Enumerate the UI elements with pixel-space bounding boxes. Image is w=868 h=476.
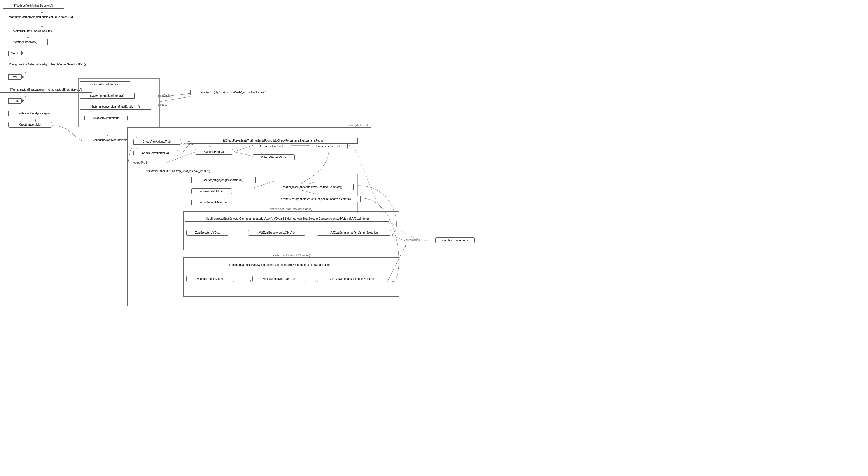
inner-if-check-container: if(CheckForVariantsTruth.variantsFound &… <box>188 133 362 220</box>
if-length-check-node: if(length(actualSelectorLabels) != lengt… <box>0 62 95 67</box>
create-interval-list-label: CreateIntervalList <box>19 123 41 126</box>
match-label: Match <box>11 52 19 55</box>
confidence-convert-intervals-label: ConfidenceConvertIntervals <box>93 138 127 141</box>
check-for-variants-eval-label: CheckForVariantsEval <box>142 151 170 155</box>
scatter-zip-strat-beds-label: scatter(zip(zip(stratILs,stratBeds),actu… <box>201 91 266 94</box>
if-check-variants-node: if(CheckForVariantsTruth.variantsFound &… <box>190 138 358 144</box>
annotated-vcfs-list-label: annotatedVcfsList <box>200 190 223 193</box>
error7-node: Error7 <box>8 74 24 80</box>
strat-convert-intervals-node: StratConvertIntervals <box>84 115 128 121</box>
svg-text:stratBeds: stratBeds <box>158 94 170 97</box>
strat-intervals-container: if(defined(stratIntervals)) scatter(actu… <box>79 78 160 127</box>
if-hapmap-label: if(defined(hapMap)) <box>13 40 37 44</box>
actual-variant-selectors-label: actualVariantSelectors <box>199 201 227 204</box>
if-strat-labels-label: if(length(actualStratLabels) != length(a… <box>10 88 82 91</box>
if-vcf-vcf-eval-label: if(defined(vcfVcfEval) && defined(vcfVcf… <box>229 263 332 266</box>
check-for-variants-truth-node: CheckForVariantsTruth <box>133 139 181 145</box>
vcf-eval-summarise-indel-label: VcfEvalSummariseForIndelSelection <box>330 277 375 280</box>
eval-selector-vcf-eval-node: EvalSelectorVcfEval <box>186 230 228 235</box>
eval-strat-indel-title: scatter(evalStratIndelCombos) <box>272 254 310 257</box>
vcf-eval-write-xml-label: VcfEvalWriteXMLfile <box>261 156 286 159</box>
if-strat-intervals-label: if(defined(stratIntervals)) <box>90 83 120 86</box>
if-vcf-vcf-eval-node: if(defined(vcfVcfEval) && defined(vcfVcf… <box>185 262 375 268</box>
scatter-indel-labels-label: scatter(zip(indelLabels,indelJexl)) <box>13 29 54 32</box>
vcf-eval-selector-write-xml-node: VcfEvalSelectorWriteXMLfile <box>248 230 306 235</box>
output-prefix-label: outputPrefix <box>133 161 148 164</box>
count-unk-vcf-eval-label: CountUNKVcfEval <box>260 145 283 148</box>
if-string-conversion-node: if(string_conversion_of_actStratIL != ""… <box>80 104 152 110</box>
scatter-actual-strat-label: scatter(actualStratIntervals) <box>90 94 124 97</box>
if-stratifier-label: if(stratifier.label != "" && tmp_strat_i… <box>146 169 210 173</box>
if-analysis-region-label: if(defined(analysisRegion)) <box>19 112 52 115</box>
svg-line-11 <box>157 93 190 97</box>
eval-strat-selector-container: scatter(evalStratSelectorCombos) if(defi… <box>183 211 399 250</box>
actual-variant-selectors-node: actualVariantSelectors <box>191 199 236 205</box>
vcf-eval-summarise-variant-label: VcfEvalSummariseForVariantSelection <box>330 231 378 234</box>
error6-label: Error6 <box>11 99 19 102</box>
check-for-variants-truth-label: CheckForVariantsTruth <box>143 140 172 143</box>
scatter-selector-labels-node: scatter(zip(actualSelectorLabels,actualS… <box>3 14 81 20</box>
standard-vcf-eval-node: StandardVcfEval <box>195 149 233 155</box>
check-for-variants-eval-node: CheckForVariantsEval <box>133 150 178 156</box>
eval-indel-length-vcf-eval-node: EvalIndelLengthVcfEval <box>186 276 234 282</box>
count-unk-vcf-eval-node: CountUNKVcfEval <box>253 143 290 149</box>
workflow-canvas: stratBeds stratILs areVariants <box>0 0 868 476</box>
create-interval-list-node: CreateIntervalList <box>8 122 52 128</box>
if-eval-strat-selector-label: if(defined(evalStratSelectorCombo.annota… <box>206 217 369 220</box>
annotated-vcfs-list-node: annotatedVcfsList <box>191 188 232 194</box>
eval-strat-indel-container: scatter(evalStratIndelCombos) if(defined… <box>183 257 399 297</box>
scatter-range-node: scatter(range(length(stratifiers))) <box>191 177 256 183</box>
strat-convert-intervals-label: StratConvertIntervals <box>93 117 119 120</box>
summarise-vcf-eval-node: SummariseVcfEval <box>309 143 348 149</box>
scatter-cross-actual-node: scatter(cross(annotatedVcfsList,actualVa… <box>271 196 361 202</box>
scatter-indel-labels-node: scatter(zip(indelLabels,indelJexl)) <box>3 28 64 34</box>
error7-label: Error7 <box>11 75 19 78</box>
scatter-cross-indel-label: scatter(cross(annotatedVcfsList,indelSel… <box>282 186 342 189</box>
scatter-range-container: scatter(range(length(stratifiers))) anno… <box>190 174 358 213</box>
match-node: Match <box>8 51 24 56</box>
vcf-eval-indel-write-xml-label: VcfEvalIndelWriteXMLfile <box>263 277 294 280</box>
jexl-variant-selectors-node: if(defined(jexlVariantSelectors)) <box>3 3 64 9</box>
vcf-eval-write-xml-node: VcfEvalWriteXMLfile <box>253 155 294 160</box>
if-string-conversion-label: if(string_conversion_of_actStratIL != ""… <box>92 105 140 108</box>
scatter-cross-actual-label: scatter(cross(annotatedVcfsList,actualVa… <box>281 197 351 201</box>
svg-line-13 <box>157 97 190 102</box>
if-strat-intervals-node: if(defined(stratIntervals)) <box>80 82 130 87</box>
standard-vcf-eval-label: StandardVcfEval <box>204 150 224 153</box>
scatter-zip-strat-beds-node: scatter(zip(zip(stratILs,stratBeds),actu… <box>190 90 277 95</box>
vcf-eval-summarise-indel-node: VcfEvalSummariseForIndelSelection <box>317 276 388 282</box>
eval-indel-length-vcf-eval-label: EvalIndelLengthVcfEval <box>195 277 225 280</box>
vcf-eval-selector-write-xml-label: VcfEvalSelectorWriteXMLfile <box>259 231 294 234</box>
if-length-check-label: if(length(actualSelectorLabels) != lengt… <box>9 63 86 66</box>
if-check-variants-label: if(CheckForVariantsTruth.variantsFound &… <box>223 139 324 142</box>
if-stratifier-label-node: if(stratifier.label != "" && tmp_strat_i… <box>128 168 228 174</box>
summaries-label: summaries <box>406 239 420 242</box>
scatter-stratifiers-title: scatter(stratifiers) <box>346 124 368 127</box>
if-eval-strat-selector-node: if(defined(evalStratSelectorCombo.annota… <box>185 216 390 222</box>
scatter-cross-indel-node: scatter(cross(annotatedVcfsList,indelSel… <box>271 184 354 190</box>
vcf-eval-summarise-variant-node: VcfEvalSummariseForVariantSelection <box>317 230 391 235</box>
scatter-selector-labels-label: scatter(zip(actualSelectorLabels,actualS… <box>9 15 75 19</box>
if-analysis-region-node: if(defined(analysisRegion)) <box>8 110 63 117</box>
jexl-variant-selectors-label: if(defined(jexlVariantSelectors)) <box>14 4 53 7</box>
combine-summaries-label: CombineSummaries <box>442 239 468 242</box>
are-variants-label: areVariants <box>181 142 195 146</box>
summarise-vcf-eval-label: SummariseVcfEval <box>316 145 340 148</box>
if-hapmap-node: if(defined(hapMap)) <box>3 39 48 45</box>
error6-node: Error6 <box>8 98 24 103</box>
eval-selector-vcf-eval-label: EvalSelectorVcfEval <box>195 231 220 234</box>
eval-strat-selector-title: scatter(evalStratSelectorCombos) <box>270 208 312 211</box>
vcf-eval-indel-write-xml-node: VcfEvalIndelWriteXMLfile <box>252 276 306 282</box>
combine-summaries-node: CombineSummaries <box>435 237 474 243</box>
scatter-actual-strat-node: scatter(actualStratIntervals) <box>80 93 135 98</box>
scatter-range-label: scatter(range(length(stratifiers))) <box>203 179 243 182</box>
